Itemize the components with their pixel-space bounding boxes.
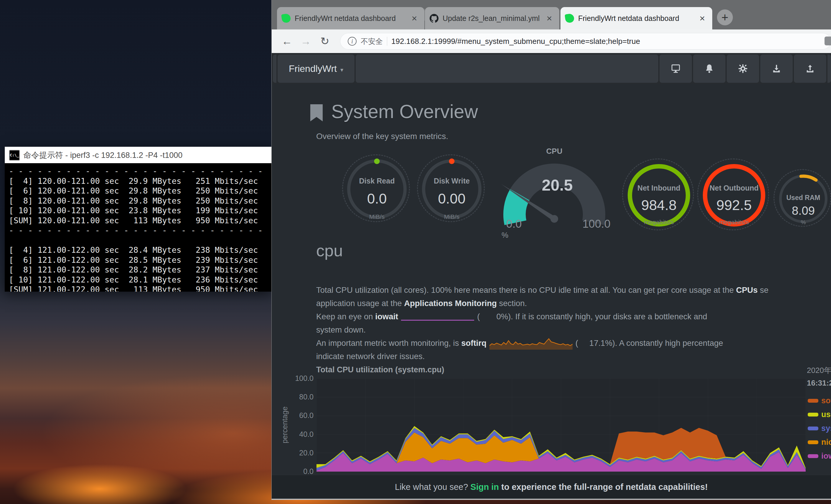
iowait-sparkline	[401, 314, 474, 321]
legend-item-softirq[interactable]: softirq	[808, 396, 831, 405]
legend-item-iowait[interactable]: iowait	[808, 451, 831, 461]
cpu-gauge-svg: 20.5 0.0 100.0 %	[497, 157, 612, 240]
gauge-value: 0.0	[367, 190, 387, 207]
github-favicon-icon	[430, 14, 438, 23]
tab-netdata-1[interactable]: FriendlyWrt netdata dashboard ×	[277, 7, 424, 29]
cpu-desc-line-4: system down.	[316, 323, 831, 336]
terminal-row: [SUM] 121.00-122.00 sec 113 MBytes 950 M…	[9, 285, 272, 292]
alarms-button[interactable]	[693, 55, 725, 83]
y-tick: 20.0	[287, 449, 314, 457]
cpu-gauge[interactable]: 20.5 0.0 100.0 %	[497, 157, 612, 240]
legend-swatch	[808, 413, 818, 416]
signin-banner: Like what you see? Sign in to experience…	[272, 475, 831, 499]
softirq-sparkline	[489, 337, 573, 350]
back-button[interactable]: ←	[279, 35, 295, 48]
gauge-label: Net Inbound	[637, 184, 681, 192]
cpu-gauge-min: 0.0	[506, 218, 522, 230]
used-ram-arc	[774, 170, 831, 228]
signin-link[interactable]: Sign in	[470, 482, 499, 492]
terminal-titlebar[interactable]: C:\_ 命令提示符 - iperf3 -c 192.168.1.2 -P4 -…	[5, 147, 272, 163]
export-snapshot-button[interactable]	[794, 55, 826, 83]
cpus-link[interactable]: CPUs	[736, 286, 757, 295]
omnibox-divider	[387, 37, 387, 46]
disk-write-ring: Disk Write 0.00 MiB/s	[422, 159, 482, 219]
disk-read-gauge: Disk Read 0.0 MiB/s	[342, 154, 410, 222]
cpu-gauge-value: 20.5	[542, 176, 573, 194]
tab-strip: FriendlyWrt netdata dashboard × Update r…	[272, 0, 831, 29]
legend-swatch	[808, 399, 818, 403]
tab-close-icon[interactable]: ×	[544, 13, 554, 24]
disk-write-gauge: Disk Write 0.00 MiB/s	[417, 154, 485, 222]
terminal-separator: - - - - - - - - - - - - - - - - - - - - …	[9, 225, 272, 235]
terminal-row: [ 8] 120.00-121.00 sec 29.8 MBytes 250 M…	[9, 196, 272, 206]
host-dropdown[interactable]: FriendlyWrt ▾	[278, 55, 354, 83]
upload-icon	[805, 64, 815, 73]
chart-title: Total CPU utilization (system.cpu)	[316, 365, 445, 375]
security-label: 不安全	[361, 36, 383, 46]
gauge-label: Net Outbound	[710, 184, 759, 192]
legend-item-user[interactable]: user	[808, 410, 831, 419]
navbar-edge-segment	[273, 55, 277, 83]
gauge-unit: megabits/s	[644, 218, 674, 226]
terminal-output: - - - - - - - - - - - - - - - - - - - - …	[5, 163, 272, 292]
settings-button[interactable]	[727, 55, 759, 83]
chart-timestamp: 2020年3 16:31:2	[807, 365, 831, 388]
gear-icon	[738, 64, 748, 73]
host-name: FriendlyWrt	[289, 63, 337, 74]
gauge-value: 984.8	[641, 197, 677, 213]
y-tick: 40.0	[287, 430, 314, 439]
cpu-gauge-max: 100.0	[582, 218, 610, 230]
gauge-unit: MiB/s	[369, 213, 385, 220]
print-mode-button[interactable]	[659, 55, 692, 83]
gauge-value: 0.00	[438, 190, 465, 207]
cpu-gauge-label: CPU	[525, 147, 584, 156]
bell-icon	[704, 64, 714, 73]
cpu-section-heading: cpu	[316, 241, 343, 260]
terminal-window[interactable]: C:\_ 命令提示符 - iperf3 -c 192.168.1.2 -P4 -…	[5, 147, 272, 292]
signin-pre-text: Like what you see?	[395, 482, 468, 492]
gauge-label: Disk Read	[359, 177, 395, 185]
tab-close-icon[interactable]: ×	[697, 13, 708, 24]
new-tab-button[interactable]: +	[717, 9, 733, 25]
site-info-icon[interactable]: i	[348, 37, 356, 46]
disk-read-ring: Disk Read 0.0 MiB/s	[347, 159, 407, 219]
y-tick: 100.0	[287, 374, 314, 383]
tab-close-icon[interactable]: ×	[409, 13, 420, 24]
navbar-spacer	[356, 55, 658, 83]
import-snapshot-button[interactable]	[760, 55, 793, 83]
tab-label: FriendlyWrt netdata dashboard	[295, 14, 405, 23]
terminal-title: 命令提示符 - iperf3 -c 192.168.1.2 -P4 -t1000	[23, 150, 182, 160]
tab-netdata-2-active[interactable]: FriendlyWrt netdata dashboard ×	[561, 7, 712, 29]
cpu-desc-line-6: indicate network driver issues.	[316, 350, 831, 363]
terminal-row: [ 8] 121.00-122.00 sec 28.2 MBytes 237 M…	[9, 265, 272, 275]
browser-window: FriendlyWrt netdata dashboard × Update r…	[271, 0, 831, 500]
tab-github[interactable]: Update r2s_lean_minimal.yml · k ×	[425, 7, 559, 29]
gauge-label: Disk Write	[434, 177, 470, 185]
gauge-unit: megabits/s	[719, 218, 749, 226]
netdata-favicon-icon	[565, 13, 575, 23]
used-ram-gauge: Used RAM 8.09 %	[774, 169, 831, 227]
legend-item-nice[interactable]: nice	[808, 438, 831, 447]
cpu-desc-line-1: Total CPU utilization (all cores). 100% …	[316, 284, 831, 297]
chart-plot-area[interactable]	[316, 379, 806, 472]
bookmark-icon	[309, 104, 324, 122]
applications-monitoring-link[interactable]: Applications Monitoring	[404, 299, 497, 308]
url-text[interactable]: 192.168.2.1:19999/#menu_system_submenu_c…	[391, 37, 640, 46]
page-subtitle: Overview of the key system metrics.	[316, 132, 448, 141]
cpu-desc-line-3: Keep an eye on iowait(0%). If it is cons…	[316, 310, 831, 323]
forward-button[interactable]: →	[297, 35, 314, 48]
legend-item-system[interactable]: system	[808, 424, 831, 433]
legend-swatch	[808, 426, 818, 431]
terminal-row: [SUM] 120.00-121.00 sec 113 MBytes 950 M…	[9, 216, 272, 226]
toolbar-partial-icon[interactable]	[825, 36, 831, 46]
cpu-utilization-chart: Total CPU utilization (system.cpu) 2020年…	[272, 365, 831, 475]
address-bar[interactable]: i 不安全 192.168.2.1:19999/#menu_system_sub…	[340, 33, 831, 50]
browser-toolbar: ← → ↻ i 不安全 192.168.2.1:19999/#menu_syst…	[272, 29, 831, 53]
cpu-section-description: Total CPU utilization (all cores). 100% …	[316, 284, 831, 363]
chart-legend: softirq user system nice	[808, 396, 831, 466]
y-tick: 0.0	[287, 467, 314, 476]
net-inbound-gauge: Net Inbound 984.8 megabits/s	[622, 158, 694, 230]
reload-button[interactable]: ↻	[316, 35, 333, 48]
legend-swatch	[808, 440, 818, 444]
terminal-separator: - - - - - - - - - - - - - - - - - - - - …	[9, 166, 272, 176]
